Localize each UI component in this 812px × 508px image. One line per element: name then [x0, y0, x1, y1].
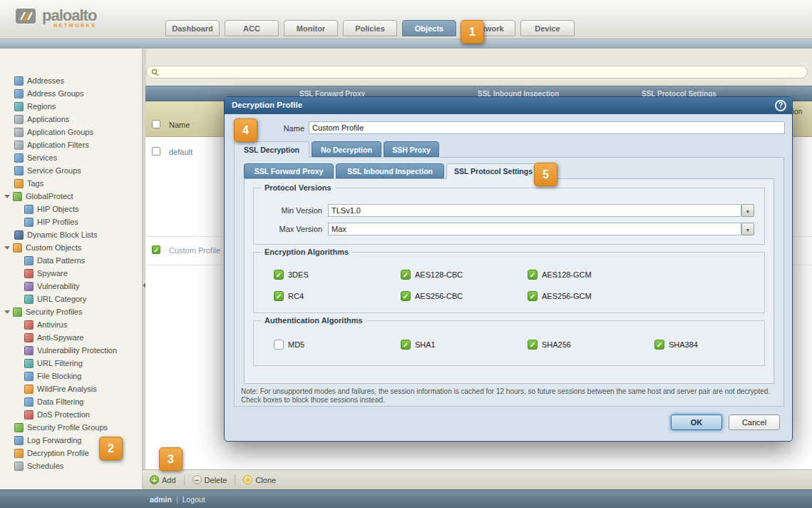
sidebar-item-data-filtering[interactable]: Data Filtering — [0, 395, 142, 408]
dialog-tab-strip: SSL Decryption No Decryption SSH Proxy — [234, 141, 439, 158]
checkbox-aes128-cbc[interactable] — [401, 270, 411, 280]
profile-name-input[interactable] — [309, 121, 785, 134]
tab-no-decryption[interactable]: No Decryption — [312, 141, 381, 157]
sidebar-item-url-category[interactable]: URL Category — [0, 293, 142, 305]
checkbox-sha1[interactable] — [401, 340, 411, 350]
sidebar-item-spyware[interactable]: Spyware — [0, 267, 142, 280]
expand-caret-icon[interactable] — [4, 195, 10, 198]
dialog-subtab-strip: SSL Forward Proxy SSL Inbound Inspection… — [244, 163, 540, 179]
chevron-down-icon[interactable] — [741, 223, 754, 235]
chevron-down-icon[interactable] — [741, 204, 754, 217]
app-window: paloalto NETWORKS Dashboard ACC Monitor … — [0, 0, 812, 508]
sidebar-item-security-profiles[interactable]: Security Profiles — [0, 305, 142, 318]
application-groups-icon — [14, 128, 24, 137]
sidebar-item-anti-spyware[interactable]: Anti-Spyware — [0, 331, 142, 344]
checkbox-cell: SHA256 — [528, 340, 654, 350]
sidebar-item-dynamic-block-lists[interactable]: Dynamic Block Lists — [0, 228, 142, 241]
checkbox-rc4[interactable] — [274, 291, 284, 301]
dialog-actions: OK Cancel — [671, 415, 780, 430]
checkbox-aes256-cbc[interactable] — [401, 291, 411, 301]
sidebar-item-antivirus[interactable]: Antivirus — [0, 318, 142, 331]
authentication-row: MD5 SHA1 SHA256 SHA384 — [274, 340, 781, 350]
tab-monitor[interactable]: Monitor — [284, 20, 338, 36]
sidebar-item-addresses[interactable]: Addresses — [0, 74, 142, 87]
table-filter-bar — [146, 66, 808, 78]
sidebar-item-tags[interactable]: Tags — [0, 177, 142, 190]
sidebar-item-service-groups[interactable]: Service Groups — [0, 164, 142, 177]
checkbox-3des[interactable] — [274, 270, 284, 280]
checkbox-aes256-gcm[interactable] — [528, 291, 538, 301]
sidebar-item-data-patterns[interactable]: Data Patterns — [0, 254, 142, 267]
sidebar-item-hip-objects[interactable]: HIP Objects — [0, 203, 142, 215]
sidebar-item-vulnerability[interactable]: Vulnerability — [0, 280, 142, 293]
sidebar-item-globalprotect[interactable]: GlobalProtect — [0, 190, 142, 203]
subtab-ssl-inbound-inspection[interactable]: SSL Inbound Inspection — [336, 163, 444, 178]
sidebar-item-vulnerability-protection[interactable]: Vulnerability Protection — [0, 344, 142, 357]
add-button[interactable]: + Add — [150, 475, 176, 484]
subtab-ssl-forward-proxy[interactable]: SSL Forward Proxy — [244, 163, 334, 178]
callout-step-2: 2 — [99, 437, 123, 460]
clone-button[interactable]: Clone — [243, 475, 276, 484]
sidebar-item-dos-protection[interactable]: DoS Protection — [0, 408, 142, 421]
min-version-select[interactable]: TLSv1.0 — [328, 204, 741, 217]
tab-policies[interactable]: Policies — [343, 20, 397, 36]
sidebar-item-custom-objects[interactable]: Custom Objects — [0, 241, 142, 254]
checkbox-md5[interactable] — [274, 340, 284, 350]
dialog-title: Decryption Profile — [232, 101, 302, 109]
encryption-algorithms-legend: Encryption Algorithms — [261, 248, 352, 256]
sidebar-item-hip-profiles[interactable]: HIP Profiles — [0, 215, 142, 228]
sidebar-item-application-filters[interactable]: Application Filters — [0, 138, 142, 151]
sidebar-item-address-groups[interactable]: Address Groups — [0, 87, 142, 100]
sidebar-item-schedules[interactable]: Schedules — [0, 459, 142, 472]
application-filters-icon — [14, 141, 24, 150]
cancel-button[interactable]: Cancel — [729, 415, 780, 430]
tab-ssl-decryption[interactable]: SSL Decryption — [234, 141, 309, 158]
subtab-ssl-protocol-settings[interactable]: SSL Protocol Settings — [446, 163, 540, 179]
sidebar-item-security-profile-groups[interactable]: Security Profile Groups — [0, 421, 142, 434]
security-profiles-icon — [13, 308, 22, 317]
help-icon[interactable]: ? — [775, 100, 786, 111]
filter-input[interactable] — [163, 68, 803, 76]
sidebar-item-application-groups[interactable]: Application Groups — [0, 126, 142, 138]
tab-dashboard[interactable]: Dashboard — [165, 20, 220, 36]
expand-caret-icon[interactable] — [4, 246, 10, 250]
max-version-select[interactable]: Max — [328, 223, 741, 235]
tab-acc[interactable]: ACC — [225, 20, 279, 36]
security-profile-groups-icon — [14, 423, 24, 432]
sidebar-item-url-filtering[interactable]: URL Filtering — [0, 357, 142, 370]
vulnerability-icon — [24, 282, 34, 291]
expand-caret-icon[interactable] — [4, 310, 10, 314]
service-groups-icon — [14, 166, 24, 176]
tab-objects[interactable]: Objects — [402, 20, 456, 36]
applications-icon — [14, 115, 24, 124]
globalprotect-icon — [13, 192, 22, 201]
dialog-title-bar[interactable]: Decryption Profile ? — [225, 97, 792, 114]
checkbox-sha384[interactable] — [654, 340, 664, 350]
row-checkbox-custom-profile[interactable] — [152, 245, 160, 254]
column-header-name: Name — [169, 121, 190, 129]
tab-device[interactable]: Device — [520, 20, 575, 36]
sidebar-item-applications[interactable]: Applications — [0, 113, 142, 126]
dos-protection-icon — [24, 410, 34, 420]
select-all-checkbox[interactable] — [152, 120, 160, 128]
row-checkbox-default[interactable] — [152, 147, 160, 156]
sidebar-item-file-blocking[interactable]: File Blocking — [0, 370, 142, 382]
checkbox-cell: AES128-GCM — [528, 270, 654, 280]
delete-button[interactable]: − Delete — [192, 475, 227, 484]
sidebar-item-services[interactable]: Services — [0, 151, 142, 164]
address-groups-icon — [14, 89, 24, 98]
vulnerability-protection-icon — [24, 346, 34, 355]
logout-link[interactable]: Logout — [183, 495, 205, 504]
checkbox-sha256[interactable] — [528, 340, 538, 350]
tab-ssh-proxy[interactable]: SSH Proxy — [384, 141, 439, 157]
sidebar-item-wildfire-analysis[interactable]: WildFire Analysis — [0, 382, 142, 395]
ok-button[interactable]: OK — [671, 415, 722, 430]
sidebar-item-regions[interactable]: Regions — [0, 100, 142, 113]
hip-profiles-icon — [24, 218, 34, 227]
callout-step-4: 4 — [234, 118, 257, 142]
sidebar-tree: Addresses Address Groups Regions Applica… — [0, 49, 143, 489]
filter-icon — [151, 68, 159, 76]
checkbox-aes128-gcm[interactable] — [528, 270, 538, 280]
url-category-icon — [24, 295, 34, 304]
hip-objects-icon — [24, 205, 34, 214]
